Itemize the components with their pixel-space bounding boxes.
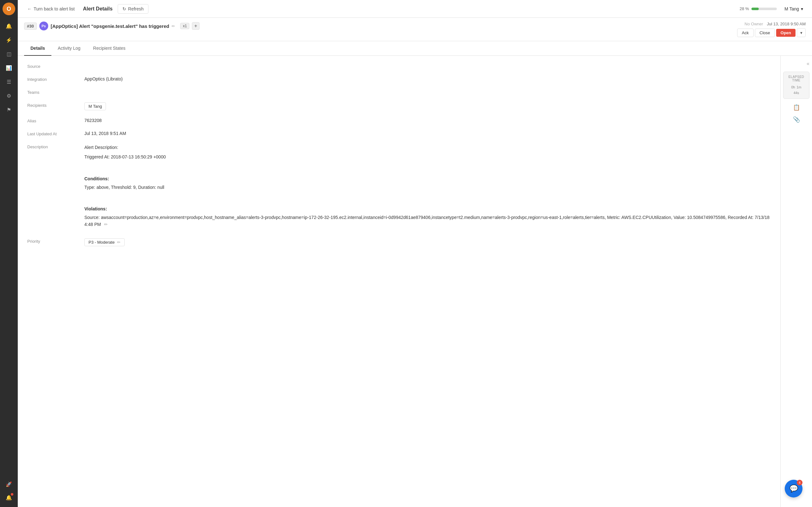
description-triggered: Triggered At: 2018-07-13 16:50:29 +0000 xyxy=(84,153,771,160)
refresh-button[interactable]: ↻ Refresh xyxy=(118,4,148,14)
refresh-icon: ↻ xyxy=(122,6,126,11)
tab-recipient-states-label: Recipient States xyxy=(93,46,125,51)
priority-value: P3 - Moderate ✏ xyxy=(84,238,771,246)
sidebar-item-search[interactable]: ⚡ xyxy=(3,34,15,46)
chevron-down-icon: ▾ xyxy=(801,6,803,11)
back-arrow-icon: ← xyxy=(27,6,32,11)
recipient-tag[interactable]: M Tang xyxy=(84,102,106,110)
teams-label: Teams xyxy=(27,89,84,95)
priority-text: P3 - Moderate xyxy=(89,240,114,245)
close-button[interactable]: Close xyxy=(755,29,775,37)
alias-value: 7623208 xyxy=(84,118,771,123)
last-updated-label: Last Updated At xyxy=(27,131,84,136)
edit-priority-icon[interactable]: ✏ xyxy=(117,240,120,245)
tab-details-label: Details xyxy=(31,46,45,51)
sidebar-item-layers[interactable]: ◫ xyxy=(3,48,15,60)
elapsed-label: ELAPSED TIME xyxy=(788,75,805,82)
elapsed-seconds: 44s xyxy=(794,91,799,95)
teams-row: Teams xyxy=(27,89,771,95)
alert-actions: Ack Close Open ▾ xyxy=(737,28,806,37)
description-violations-title: Violations: xyxy=(84,205,771,212)
alert-meta: No Owner Jul 13, 2018 9:50 AM xyxy=(745,21,806,26)
sidebar-item-gear[interactable]: ⚙ xyxy=(3,89,15,102)
alert-title: [AppOptics] Alert "opsgenie.test.alert" … xyxy=(51,23,169,29)
edit-title-icon[interactable]: ✏ xyxy=(171,24,175,29)
topbar: ← Turn back to alert list Alert Details … xyxy=(18,0,812,18)
integration-label: Integration xyxy=(27,76,84,82)
progress-bar-fill xyxy=(751,8,758,10)
chevron-down-icon: ▾ xyxy=(800,31,803,35)
last-updated-value: Jul 13, 2018 9:51 AM xyxy=(84,131,771,136)
priority-label: Priority xyxy=(27,238,84,244)
user-menu[interactable]: M Tang ▾ xyxy=(782,5,806,13)
sidebar-item-rocket[interactable]: 🚀 xyxy=(3,478,15,491)
progress-area: 28 % xyxy=(740,6,777,11)
alias-row: Alias 7623208 xyxy=(27,118,771,123)
content-area: Source Integration AppOptics (Librato) T… xyxy=(18,56,812,507)
sidebar-item-chart[interactable]: 📊 xyxy=(3,61,15,74)
source-label: Source xyxy=(27,63,84,69)
description-alert-title: Alert Description: xyxy=(84,144,771,151)
add-tag-button[interactable]: + xyxy=(192,22,200,30)
alert-header-left: #30 Ps [AppOptics] Alert "opsgenie.test.… xyxy=(24,21,737,31)
elapsed-time: 0h 1m 44s xyxy=(788,84,805,95)
sidebar-logo[interactable]: O xyxy=(3,3,15,15)
back-label: Turn back to alert list xyxy=(34,6,74,11)
tabs-bar: Details Activity Log Recipient States xyxy=(18,41,812,56)
progress-percent: 28 % xyxy=(740,6,749,11)
sidebar: O 🔔 ⚡ ◫ 📊 ☰ ⚙ ⚑ 🚀 🔔 xyxy=(0,0,18,507)
priority-tag: P3 - Moderate ✏ xyxy=(84,238,125,246)
progress-bar-bg xyxy=(751,8,777,10)
description-conditions-title: Conditions: xyxy=(84,175,771,182)
right-panel: « ELAPSED TIME 0h 1m 44s 📋 📎 xyxy=(780,56,812,507)
source-icon: Ps xyxy=(39,21,48,31)
user-name: M Tang xyxy=(784,6,799,11)
recipients-label: Recipients xyxy=(27,102,84,108)
description-violations: Source: awsaccount=production,az=e,envir… xyxy=(84,214,771,228)
refresh-label: Refresh xyxy=(128,6,144,11)
open-button[interactable]: Open xyxy=(776,29,796,37)
tab-recipient-states[interactable]: Recipient States xyxy=(87,41,132,56)
collapse-button[interactable]: « xyxy=(807,61,809,66)
chat-badge: 4 xyxy=(797,480,803,486)
elapsed-minutes: 1m xyxy=(797,85,801,89)
sidebar-item-bell[interactable]: 🔔 xyxy=(3,20,15,32)
attachment-icon[interactable]: 📎 xyxy=(793,116,800,123)
sidebar-item-list[interactable]: ☰ xyxy=(3,75,15,88)
no-owner-label: No Owner xyxy=(745,21,763,26)
tab-details[interactable]: Details xyxy=(24,41,51,56)
notes-icon[interactable]: 📋 xyxy=(793,104,800,111)
more-actions-button[interactable]: ▾ xyxy=(797,28,806,37)
chat-button[interactable]: 💬 4 xyxy=(785,480,803,498)
recipients-row: Recipients M Tang xyxy=(27,102,771,110)
sidebar-item-flag[interactable]: ⚑ xyxy=(3,103,15,116)
tab-activity-log[interactable]: Activity Log xyxy=(51,41,87,56)
edit-violations-icon[interactable]: ✏ xyxy=(104,222,108,227)
elapsed-box: ELAPSED TIME 0h 1m 44s xyxy=(783,72,809,99)
description-conditions: Type: above, Threshold: 9, Duration: nul… xyxy=(84,184,771,191)
tab-activity-log-label: Activity Log xyxy=(58,46,81,51)
alert-id-badge: #30 xyxy=(24,22,37,30)
main-content: ← Turn back to alert list Alert Details … xyxy=(18,0,812,507)
recipients-value: M Tang xyxy=(84,102,771,110)
back-button[interactable]: ← Turn back to alert list xyxy=(24,4,78,13)
count-badge: x1 xyxy=(180,23,189,29)
integration-row: Integration AppOptics (Librato) xyxy=(27,76,771,82)
alias-label: Alias xyxy=(27,118,84,123)
source-row: Source xyxy=(27,63,771,69)
alert-header-right: No Owner Jul 13, 2018 9:50 AM Ack Close … xyxy=(737,21,806,37)
detail-pane: Source Integration AppOptics (Librato) T… xyxy=(18,56,780,507)
description-row: Description Alert Description: Triggered… xyxy=(27,144,771,231)
elapsed-hours: 0h xyxy=(792,85,795,89)
ack-button[interactable]: Ack xyxy=(737,29,754,37)
priority-row: Priority P3 - Moderate ✏ xyxy=(27,238,771,246)
description-label: Description xyxy=(27,144,84,149)
alert-header: #30 Ps [AppOptics] Alert "opsgenie.test.… xyxy=(18,18,812,41)
alert-date: Jul 13, 2018 9:50 AM xyxy=(767,21,806,26)
page-title: Alert Details xyxy=(83,6,112,12)
integration-value: AppOptics (Librato) xyxy=(84,76,771,81)
description-value: Alert Description: Triggered At: 2018-07… xyxy=(84,144,771,231)
last-updated-row: Last Updated At Jul 13, 2018 9:51 AM xyxy=(27,131,771,136)
sidebar-item-alert-bottom[interactable]: 🔔 xyxy=(3,491,15,504)
